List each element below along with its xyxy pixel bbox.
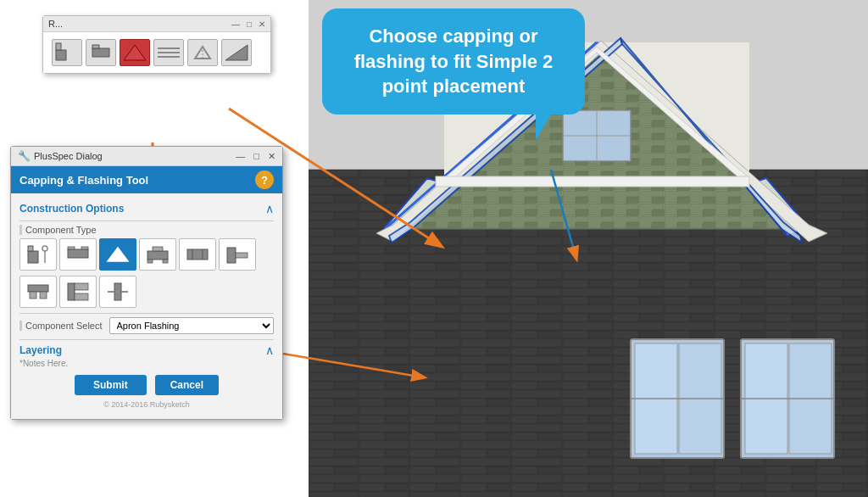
mini-tool-icon-5[interactable] bbox=[187, 39, 218, 66]
svg-marker-39 bbox=[195, 47, 210, 59]
mini-tool-icon-3[interactable] bbox=[120, 39, 150, 66]
svg-rect-62 bbox=[68, 283, 75, 300]
mini-tool-icon-6[interactable] bbox=[221, 39, 252, 66]
component-type-icons bbox=[19, 238, 274, 271]
mini-close-btn[interactable]: ✕ bbox=[259, 20, 265, 29]
svg-rect-53 bbox=[163, 260, 168, 263]
cancel-button[interactable]: Cancel bbox=[155, 375, 219, 395]
component-type-label: Component Type bbox=[19, 225, 274, 235]
comp-icon-2[interactable] bbox=[59, 238, 97, 271]
help-button[interactable]: ? bbox=[255, 170, 274, 189]
component-type-icons-row2 bbox=[19, 276, 274, 308]
comp-icon-8[interactable] bbox=[59, 276, 97, 308]
mini-tool-icon-1[interactable] bbox=[52, 39, 82, 66]
mini-tool-icon-2[interactable] bbox=[86, 39, 116, 66]
divider-3 bbox=[19, 339, 274, 340]
divider-1 bbox=[19, 221, 274, 221]
mini-window-body bbox=[43, 32, 270, 73]
svg-rect-31 bbox=[56, 50, 66, 60]
svg-rect-60 bbox=[30, 292, 36, 299]
mini-window-titlebar: R... — □ ✕ bbox=[43, 16, 270, 32]
construction-options-title: Construction Options bbox=[19, 203, 124, 215]
dialog-minimize-btn[interactable]: — bbox=[236, 151, 245, 162]
plusspec-dialog: 🔧 PlusSpec Dialog — □ ✕ Capping & Flashi… bbox=[10, 146, 283, 420]
svg-rect-51 bbox=[153, 247, 163, 251]
svg-rect-42 bbox=[28, 251, 38, 263]
svg-rect-61 bbox=[40, 292, 47, 299]
svg-rect-46 bbox=[68, 249, 88, 258]
svg-rect-48 bbox=[81, 247, 88, 249]
svg-rect-50 bbox=[147, 251, 168, 260]
dialog-title: PlusSpec Dialog bbox=[34, 151, 103, 161]
dialog-titlebar: 🔧 PlusSpec Dialog — □ ✕ bbox=[11, 147, 282, 166]
svg-rect-57 bbox=[227, 248, 236, 263]
dialog-controls[interactable]: — □ ✕ bbox=[236, 151, 275, 162]
svg-rect-59 bbox=[28, 285, 48, 292]
divider-2 bbox=[19, 313, 274, 314]
svg-point-44 bbox=[42, 246, 47, 251]
svg-rect-65 bbox=[114, 283, 121, 300]
mini-maximize-btn[interactable]: □ bbox=[247, 20, 252, 29]
component-select-row: Component Select Apron Flashing Ridge Ca… bbox=[19, 317, 274, 334]
svg-rect-52 bbox=[147, 260, 153, 263]
layering-title: Layering bbox=[19, 344, 62, 356]
construction-options-chevron[interactable]: ∧ bbox=[265, 202, 274, 215]
svg-rect-47 bbox=[68, 247, 75, 249]
mini-window-title: R... bbox=[48, 19, 63, 29]
svg-rect-32 bbox=[56, 43, 61, 50]
submit-button[interactable]: Submit bbox=[75, 375, 147, 395]
svg-rect-63 bbox=[75, 283, 88, 290]
speech-bubble-text: Choose capping or flashing to fit Simple… bbox=[354, 25, 554, 97]
svg-rect-30 bbox=[436, 176, 749, 187]
comp-icon-9[interactable] bbox=[99, 276, 136, 308]
svg-rect-43 bbox=[28, 246, 33, 251]
dialog-body: Construction Options ∧ Component Type bbox=[11, 193, 282, 419]
comp-icon-7[interactable] bbox=[19, 276, 57, 308]
speech-bubble: Choose capping or flashing to fit Simple… bbox=[322, 8, 585, 114]
component-select-label: Component Select bbox=[19, 321, 103, 331]
layering-chevron[interactable]: ∧ bbox=[265, 343, 274, 357]
dialog-close-btn[interactable]: ✕ bbox=[268, 151, 275, 162]
svg-marker-49 bbox=[108, 248, 128, 261]
svg-rect-34 bbox=[92, 45, 99, 48]
svg-rect-54 bbox=[187, 249, 208, 260]
comp-icon-6[interactable] bbox=[219, 238, 256, 271]
dialog-toolbar: Capping & Flashing Tool ? bbox=[11, 166, 282, 193]
component-select-dropdown[interactable]: Apron Flashing Ridge Capping Valley Flas… bbox=[109, 317, 275, 334]
svg-rect-58 bbox=[236, 253, 248, 258]
mini-toolbar-window: R... — □ ✕ bbox=[42, 15, 271, 74]
svg-rect-33 bbox=[92, 48, 109, 57]
comp-icon-4[interactable] bbox=[139, 238, 176, 271]
layering-row: Layering ∧ bbox=[19, 343, 274, 357]
dialog-maximize-btn[interactable]: □ bbox=[253, 151, 259, 162]
notes-text: *Notes Here. bbox=[19, 359, 274, 368]
mini-minimize-btn[interactable]: — bbox=[231, 20, 240, 29]
svg-rect-64 bbox=[75, 293, 88, 300]
button-row: Submit Cancel bbox=[19, 375, 274, 395]
dialog-footer: © 2014-2016 Rubysketch bbox=[19, 399, 274, 412]
comp-icon-3[interactable] bbox=[99, 238, 136, 271]
comp-icon-5[interactable] bbox=[179, 238, 216, 271]
svg-marker-35 bbox=[124, 45, 146, 60]
construction-options-header: Construction Options ∧ bbox=[19, 202, 274, 215]
comp-icon-1[interactable] bbox=[19, 238, 57, 271]
svg-marker-41 bbox=[225, 45, 248, 60]
toolbar-title: Capping & Flashing Tool bbox=[19, 174, 148, 187]
mini-tool-icon-4[interactable] bbox=[153, 39, 184, 66]
mini-window-controls[interactable]: — □ ✕ bbox=[231, 20, 265, 29]
